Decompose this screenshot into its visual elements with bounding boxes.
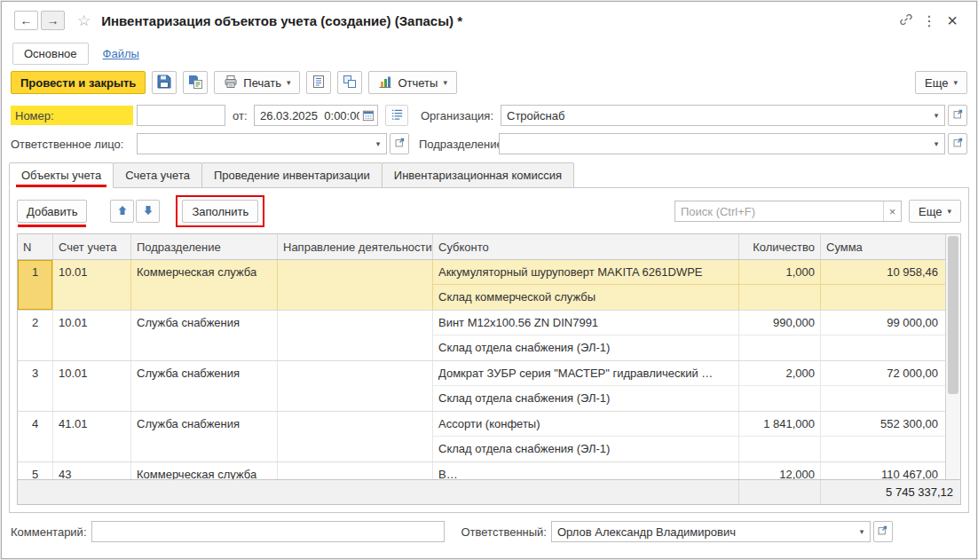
scrollbar-thumb[interactable] <box>948 236 958 394</box>
chevron-down-icon[interactable]: ▾ <box>928 111 944 120</box>
move-up-button[interactable] <box>110 200 134 223</box>
warehouse-cell: Склад отдела снабжения (ЭЛ-1) <box>433 335 739 360</box>
tab-objects-label: Объекты учета <box>21 169 101 182</box>
sum-cell-empty <box>821 386 945 411</box>
footer-qty-cell <box>739 480 821 504</box>
tab-commission[interactable]: Инвентаризационная комиссия <box>382 162 574 188</box>
qty-cell: 2,000 <box>739 361 821 385</box>
table-header: N Счет учета Подразделение Направление д… <box>18 234 945 260</box>
item-cell: Винт М12х100.56 ZN DIN7991 <box>433 311 739 335</box>
arrow-down-icon <box>143 205 154 218</box>
chevron-down-icon[interactable]: ▾ <box>928 139 944 148</box>
sum-cell: 72 000,00 <box>821 361 945 385</box>
table-row[interactable]: 3 10.01 Служба снабжения Домкрат ЗУБР се… <box>18 361 945 412</box>
activity-cell <box>278 462 433 479</box>
activity-cell <box>278 311 433 360</box>
print-button[interactable]: Печать ▾ <box>214 71 300 94</box>
number-history-button[interactable] <box>385 105 408 126</box>
column-header-activity[interactable]: Направление деятельности <box>278 234 433 259</box>
warehouse-cell: Склад отдела снабжения (ЭЛ-1) <box>433 437 739 461</box>
reports-button[interactable]: Отчеты ▾ <box>368 71 456 94</box>
search-input[interactable] <box>675 201 883 221</box>
date-label: от: <box>233 109 250 122</box>
department-cell: Коммерческая служба <box>131 260 278 310</box>
link-icon <box>899 12 913 29</box>
column-header-qty[interactable]: Количество <box>739 234 821 259</box>
account-cell: 43 <box>53 462 131 479</box>
get-link-button[interactable] <box>895 10 918 31</box>
kebab-icon: ⋮ <box>922 12 936 29</box>
save-button[interactable] <box>152 71 177 94</box>
close-button[interactable]: × <box>941 10 964 31</box>
qty-cell-empty <box>739 386 821 411</box>
table-row[interactable]: 2 10.01 Служба снабжения Винт М12х100.56… <box>18 311 945 361</box>
responsible-person-field[interactable]: ▾ <box>137 133 387 154</box>
table-row[interactable]: 5 43 Коммерческая служба В… 12,000 110 4… <box>18 462 945 479</box>
add-button[interactable]: Добавить <box>17 200 87 223</box>
show-movements-button[interactable] <box>337 71 362 94</box>
activity-cell <box>278 412 433 461</box>
calendar-icon[interactable] <box>359 109 377 122</box>
organization-open-button[interactable] <box>948 105 967 126</box>
back-icon: ← <box>20 13 33 28</box>
search-box: × <box>674 201 902 222</box>
footer-spacer <box>18 480 739 504</box>
more-button-top[interactable]: Еще ▾ <box>915 71 967 94</box>
qty-cell: 990,000 <box>739 311 821 335</box>
warehouse-cell: Склад отдела снабжения (ЭЛ-1) <box>433 386 739 411</box>
forward-button[interactable]: → <box>41 11 65 30</box>
back-button[interactable]: ← <box>14 11 38 30</box>
organization-field[interactable]: Стройснаб ▾ <box>501 105 945 126</box>
fill-button[interactable]: Заполнить <box>182 200 258 223</box>
responsible-open-button[interactable] <box>873 521 893 542</box>
department-open-button[interactable] <box>948 133 967 154</box>
column-header-n[interactable]: N <box>18 234 53 259</box>
comment-input[interactable] <box>91 521 445 542</box>
nav-tab-main[interactable]: Основное <box>12 43 89 65</box>
list-lines-icon <box>390 107 404 123</box>
department-cell: Служба снабжения <box>131 361 278 411</box>
tab-accounts[interactable]: Счета учета <box>113 162 202 188</box>
document-register-button[interactable] <box>306 71 331 94</box>
responsible-field[interactable]: Орлов Александр Владимирович ▾ <box>551 521 871 542</box>
more-button-table[interactable]: Еще ▾ <box>909 200 961 223</box>
column-header-department[interactable]: Подразделение <box>131 234 278 259</box>
nav-link-files[interactable]: Файлы <box>103 47 139 60</box>
post-button[interactable] <box>183 71 208 94</box>
command-toolbar: Провести и закрыть Печать ▾ <box>2 67 976 101</box>
column-header-subconto[interactable]: Субконто <box>433 234 739 259</box>
number-input[interactable] <box>137 105 225 126</box>
menu-kebab-button[interactable]: ⋮ <box>918 10 941 31</box>
table-row[interactable]: 4 41.01 Служба снабжения Ассорти (конфет… <box>18 412 945 462</box>
responsible-person-open-button[interactable] <box>390 133 409 154</box>
column-header-sum[interactable]: Сумма <box>821 234 945 259</box>
post-and-close-button[interactable]: Провести и закрыть <box>11 71 146 94</box>
move-down-button[interactable] <box>136 200 160 223</box>
nav-row: Основное Файлы <box>2 39 976 67</box>
table-row[interactable]: 1 10.01 Коммерческая служба Аккумуляторн… <box>18 260 945 311</box>
sum-cell-empty <box>821 285 945 310</box>
tab-objects[interactable]: Объекты учета <box>9 162 114 188</box>
app-window: ← → ☆ Инвентаризация объектов учета (соз… <box>1 1 977 559</box>
table-scrollbar[interactable] <box>945 234 960 479</box>
search-clear-button[interactable]: × <box>883 201 901 221</box>
table-row-clipped-wrap: 5 43 Коммерческая служба В… 12,000 110 4… <box>18 462 945 479</box>
form-row-1: Номер: от: 26.03.2025 0:00:00 Организаци… <box>2 101 976 130</box>
table-toolbar: Добавить Заполнить × Еще <box>17 195 961 227</box>
department-field[interactable]: ▾ <box>499 133 945 154</box>
chevron-down-icon[interactable]: ▾ <box>370 139 386 148</box>
annotation-red-underline-add <box>18 225 86 227</box>
column-header-account[interactable]: Счет учета <box>53 234 131 259</box>
tab-commission-label: Инвентаризационная комиссия <box>394 169 562 182</box>
tab-inventory-process[interactable]: Проведение инвентаризации <box>201 162 383 188</box>
row-number-cell: 4 <box>18 412 53 461</box>
chevron-down-icon[interactable]: ▾ <box>854 527 870 536</box>
forward-icon: → <box>47 13 59 28</box>
organization-value: Стройснаб <box>501 109 928 122</box>
qty-cell: 1,000 <box>739 260 821 284</box>
date-field[interactable]: 26.03.2025 0:00:00 <box>254 105 378 126</box>
save-icon <box>157 75 171 91</box>
account-cell: 10.01 <box>53 311 131 360</box>
annotation-red-box-fill: Заполнить <box>176 195 264 227</box>
favorite-star-icon[interactable]: ☆ <box>77 12 91 29</box>
